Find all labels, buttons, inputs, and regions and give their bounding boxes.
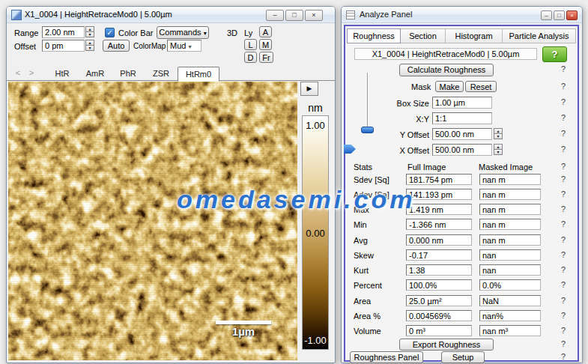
auto-button[interactable]: Auto: [103, 40, 130, 52]
x-offset-stepper[interactable]: ▴ ▾: [494, 144, 503, 155]
offset-stepper[interactable]: ▴ ▾: [85, 40, 94, 51]
xy-input[interactable]: 1:1: [432, 112, 492, 124]
source-image-label: X1_0004 | HeightRetraceMod0 | 5.00µm: [354, 48, 537, 60]
help-mark[interactable]: ?: [559, 189, 568, 198]
commands-dropdown[interactable]: Commands ▾: [157, 26, 209, 39]
stat-masked-value[interactable]: nan m: [479, 234, 541, 246]
stats-row: Area % 0.004569% nan% ?: [344, 310, 580, 323]
stat-masked-value[interactable]: nan m³: [479, 325, 541, 336]
help-mark[interactable]: ?: [559, 82, 568, 91]
down-arrow-icon[interactable]: ▾: [494, 133, 503, 139]
help-mark[interactable]: ?: [559, 280, 568, 289]
stat-full-value[interactable]: 1.419 nm: [406, 204, 472, 215]
calculate-roughness-button[interactable]: Calculate Roughness: [399, 64, 494, 76]
button-d[interactable]: D: [244, 52, 257, 63]
stat-masked-value[interactable]: nan m: [479, 174, 541, 185]
help-mark[interactable]: ?: [559, 145, 568, 154]
tab-prev-button[interactable]: <: [13, 68, 23, 77]
minimize-icon[interactable]: –: [266, 10, 284, 21]
analyze-titlebar[interactable]: Analyze Panel – □ ×: [342, 7, 582, 23]
box-size-input[interactable]: 1.00 µm: [432, 97, 492, 109]
help-mark[interactable]: ?: [559, 162, 568, 171]
down-arrow-icon[interactable]: ▾: [85, 45, 94, 51]
maximize-icon[interactable]: □: [285, 10, 303, 21]
color-bar-checkbox[interactable]: ✓: [105, 28, 115, 37]
help-mark[interactable]: ?: [559, 311, 568, 320]
stat-full-value[interactable]: 100.0%: [406, 279, 472, 291]
help-mark[interactable]: ?: [559, 175, 568, 183]
stat-full-value[interactable]: 25.0 µm²: [406, 295, 472, 306]
range-stepper[interactable]: ▴ ▾: [85, 26, 94, 37]
image-window-icon: [11, 10, 22, 20]
tab-next-button[interactable]: >: [26, 68, 37, 77]
tab-histogram[interactable]: Histogram: [446, 28, 503, 43]
help-mark[interactable]: ?: [559, 97, 568, 106]
help-mark[interactable]: ?: [559, 326, 568, 335]
mask-reset-button[interactable]: Reset: [465, 81, 497, 92]
stat-masked-value[interactable]: nan m: [479, 204, 541, 215]
stat-full-value[interactable]: 0.000 nm: [406, 234, 472, 246]
stat-full-value[interactable]: 181.754 pm: [406, 174, 472, 185]
y-offset-stepper[interactable]: ▴ ▾: [494, 128, 503, 139]
help-mark[interactable]: ?: [559, 235, 568, 244]
export-roughness-button[interactable]: Export Roughness: [399, 339, 494, 351]
stat-full-value[interactable]: 141.193 pm: [406, 189, 472, 200]
down-arrow-icon[interactable]: ▾: [494, 149, 503, 155]
stat-full-value[interactable]: -0.17: [406, 249, 472, 261]
help-mark[interactable]: ?: [559, 352, 568, 361]
tab-zsr[interactable]: ZSR: [145, 67, 178, 80]
button-fr[interactable]: Fr: [259, 52, 273, 63]
help-mark[interactable]: ?: [559, 219, 568, 228]
stat-full-value[interactable]: 0 m³: [406, 325, 472, 336]
close-icon[interactable]: ×: [566, 10, 578, 20]
help-mark[interactable]: ?: [559, 250, 568, 259]
y-offset-slider-thumb[interactable]: [361, 127, 374, 133]
mask-make-button[interactable]: Make: [435, 81, 464, 92]
help-mark[interactable]: ?: [559, 296, 568, 305]
y-offset-input[interactable]: 500.00 nm: [432, 128, 492, 140]
help-button[interactable]: ?: [542, 46, 567, 62]
stat-masked-value[interactable]: nan m: [479, 189, 541, 200]
setup-button[interactable]: Setup: [441, 351, 485, 363]
range-input[interactable]: 2.00 nm: [42, 26, 85, 38]
afm-topography-image: [8, 82, 297, 360]
tab-roughness[interactable]: Roughness: [347, 28, 401, 43]
offset-input[interactable]: 0 pm: [42, 40, 85, 52]
button-m[interactable]: M: [259, 39, 272, 50]
image-window-titlebar[interactable]: X1_0004 | HeightRetraceMod0 | 5.00µm – □…: [7, 7, 335, 23]
stats-row: Sdev [Sq] 181.754 pm nan m ?: [344, 174, 580, 186]
stat-masked-value[interactable]: nan%: [479, 310, 541, 321]
stat-masked-value[interactable]: nan: [479, 249, 541, 261]
help-mark[interactable]: ?: [559, 113, 568, 122]
tab-htr[interactable]: HtR: [46, 67, 79, 80]
roughness-panel-button[interactable]: Roughness Panel: [350, 351, 423, 363]
colormap-dropdown[interactable]: Mud ▾: [167, 40, 201, 52]
stat-masked-value[interactable]: 0.0%: [479, 279, 541, 291]
help-mark[interactable]: ?: [559, 265, 568, 274]
button-a[interactable]: A: [259, 26, 272, 37]
tab-phr[interactable]: PhR: [112, 67, 145, 80]
stat-masked-value[interactable]: nan: [479, 264, 541, 276]
stat-full-value[interactable]: 0.004569%: [406, 310, 472, 321]
help-mark[interactable]: ?: [559, 64, 568, 73]
tab-amr[interactable]: AmR: [79, 67, 112, 80]
tab-htrm0[interactable]: HtRm0: [178, 67, 219, 82]
close-icon[interactable]: ×: [305, 10, 323, 21]
down-arrow-icon[interactable]: ▾: [85, 31, 94, 37]
button-l[interactable]: L: [244, 39, 257, 50]
help-mark[interactable]: ?: [559, 204, 568, 213]
play-button[interactable]: ▶: [300, 82, 318, 96]
tab-particle-analysis[interactable]: Particle Analysis: [503, 28, 576, 43]
minimize-icon[interactable]: –: [541, 10, 552, 20]
help-mark[interactable]: ?: [559, 129, 568, 138]
tab-section[interactable]: Section: [401, 28, 446, 43]
stat-full-value[interactable]: -1.366 nm: [406, 219, 472, 230]
y-offset-slider-track[interactable]: [367, 73, 369, 128]
stat-masked-value[interactable]: nan m: [479, 219, 541, 230]
maximize-icon[interactable]: □: [554, 10, 565, 20]
help-mark[interactable]: ?: [559, 339, 568, 348]
afm-image-area[interactable]: 1µm: [8, 82, 297, 360]
x-offset-input[interactable]: 500.00 nm: [432, 144, 492, 156]
stat-masked-value[interactable]: NaN: [479, 295, 541, 306]
stat-full-value[interactable]: 1.38: [406, 264, 472, 276]
